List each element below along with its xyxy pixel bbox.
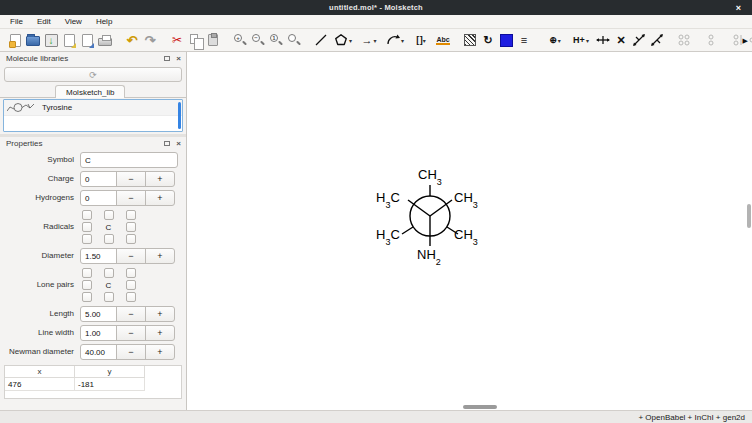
list-item[interactable]: Tyrosine [4,100,182,116]
mechanism-arrow-icon[interactable]: ▾ [382,31,408,49]
toolbar-overflow-icon[interactable]: ▶ [743,29,748,52]
line-width-minus-button[interactable]: − [116,325,146,341]
column-header-x[interactable]: x [5,366,75,378]
zoom-fit-icon[interactable] [285,31,303,49]
zoom-original-icon[interactable]: 1 [267,31,285,49]
hydrogens-minus-button[interactable]: − [116,190,146,206]
draw-bond-icon[interactable] [312,31,330,49]
x-cell[interactable]: 476 [5,378,75,391]
cut-icon[interactable]: ✂ [168,31,186,49]
hydrogen-tool-icon[interactable]: H+ ▾ [568,31,594,49]
zoom-in-icon[interactable]: + [231,31,249,49]
diameter-plus-button[interactable]: + [145,248,175,264]
lone-pair-checkbox[interactable] [126,292,136,302]
newman-diameter-minus-button[interactable]: − [116,344,146,360]
column-header-y[interactable]: y [75,366,145,378]
horizontal-scrollbar[interactable] [463,405,497,409]
charge-tool-icon[interactable]: ⊕ ▾ [542,31,568,49]
length-plus-button[interactable]: + [145,306,175,322]
radical-checkbox[interactable] [126,210,136,220]
align-middle-icon[interactable] [702,31,720,49]
length-value[interactable]: 5.00 [80,306,117,322]
atom-label-top[interactable]: CH3 [418,167,442,185]
radical-checkbox[interactable] [82,210,92,220]
charge-toggle-icon[interactable] [594,31,612,49]
hydrogens-value[interactable]: 0 [80,190,117,206]
rotate-tool-icon[interactable]: ↻ [479,31,497,49]
save-as-icon[interactable] [60,31,78,49]
delete-tool-icon[interactable]: ✕ [612,31,630,49]
line-width-value[interactable]: 1.00 [80,325,117,341]
diameter-minus-button[interactable]: − [116,248,146,264]
paste-icon[interactable] [204,31,222,49]
lone-pair-checkbox[interactable] [82,268,92,278]
reaction-arrow-icon[interactable]: → ▾ [356,31,382,49]
hatch-tool-icon[interactable] [461,31,479,49]
panel-float-icon[interactable] [164,56,170,61]
vertical-scrollbar[interactable] [747,204,751,228]
menu-file[interactable]: File [3,15,30,28]
flip-horizontal-icon[interactable] [630,31,648,49]
open-file-icon[interactable] [24,31,42,49]
diameter-value[interactable]: 1.50 [80,248,117,264]
print-icon[interactable] [96,31,114,49]
menu-edit[interactable]: Edit [30,15,58,28]
hydrogens-stepper: 0 − + [80,190,175,206]
panel-float-icon[interactable] [164,141,170,146]
flip-vertical-icon[interactable] [648,31,666,49]
symbol-field[interactable] [80,152,178,168]
bond-width-icon[interactable]: ≡ [515,31,533,49]
export-icon[interactable] [78,31,96,49]
charge-plus-button[interactable]: + [145,171,175,187]
library-refresh-button[interactable]: ⟳ [4,67,182,82]
atom-label-lower-right[interactable]: CH3 [454,227,478,245]
lone-pair-checkbox[interactable] [104,292,114,302]
atom-label-upper-right[interactable]: CH3 [454,190,478,208]
atom-label-upper-left[interactable]: H3C [376,190,400,208]
save-icon[interactable]: ↓ [42,31,60,49]
align-bottom-icon[interactable] [675,31,693,49]
radical-checkbox[interactable] [82,222,92,232]
radical-checkbox[interactable] [82,234,92,244]
lone-pairs-center-atom: C [106,281,112,290]
panel-close-icon[interactable]: × [176,54,181,63]
zoom-out-icon[interactable]: − [249,31,267,49]
atom-label-lower-left[interactable]: H3C [376,227,400,245]
newman-projection-molecule[interactable]: CH3 H3C CH3 H3C CH3 NH2 [361,162,501,277]
tab-molsketch-lib[interactable]: Molsketch_lib [55,85,125,98]
radical-checkbox[interactable] [104,234,114,244]
atom-label-bottom[interactable]: NH2 [417,247,441,265]
radical-checkbox[interactable] [104,210,114,220]
list-scrollbar[interactable] [178,102,181,129]
length-minus-button[interactable]: − [116,306,146,322]
radical-checkbox[interactable] [126,234,136,244]
ring-tool-icon[interactable]: ▾ [330,31,356,49]
undo-icon[interactable]: ↶ [123,31,141,49]
line-width-plus-button[interactable]: + [145,325,175,341]
lone-pair-checkbox[interactable] [126,280,136,290]
molecule-thumbnail [7,101,37,114]
radical-checkbox[interactable] [126,222,136,232]
lone-pair-checkbox[interactable] [126,268,136,278]
copy-icon[interactable] [186,31,204,49]
window-close-icon[interactable]: × [736,0,741,15]
title-bar: untitled.mol* - Molsketch × [0,0,752,15]
y-cell[interactable]: -181 [75,378,145,391]
newman-diameter-value[interactable]: 40.00 [80,344,117,360]
menu-view[interactable]: View [58,15,89,28]
new-file-icon[interactable] [6,31,24,49]
bracket-tool-icon[interactable]: [ ] ▾ [408,31,434,49]
redo-icon[interactable]: ↷ [141,31,159,49]
lone-pair-checkbox[interactable] [82,280,92,290]
newman-diameter-plus-button[interactable]: + [145,344,175,360]
lone-pair-checkbox[interactable] [82,292,92,302]
hydrogens-plus-button[interactable]: + [145,190,175,206]
charge-value[interactable]: 0 [80,171,117,187]
lone-pair-checkbox[interactable] [104,268,114,278]
charge-minus-button[interactable]: − [116,171,146,187]
menu-help[interactable]: Help [89,15,119,28]
text-tool-icon[interactable]: Abc [434,31,452,49]
panel-close-icon[interactable]: × [176,139,181,148]
color-swatch[interactable] [497,31,515,49]
drawing-canvas[interactable]: CH3 H3C CH3 H3C CH3 NH2 [188,52,752,410]
